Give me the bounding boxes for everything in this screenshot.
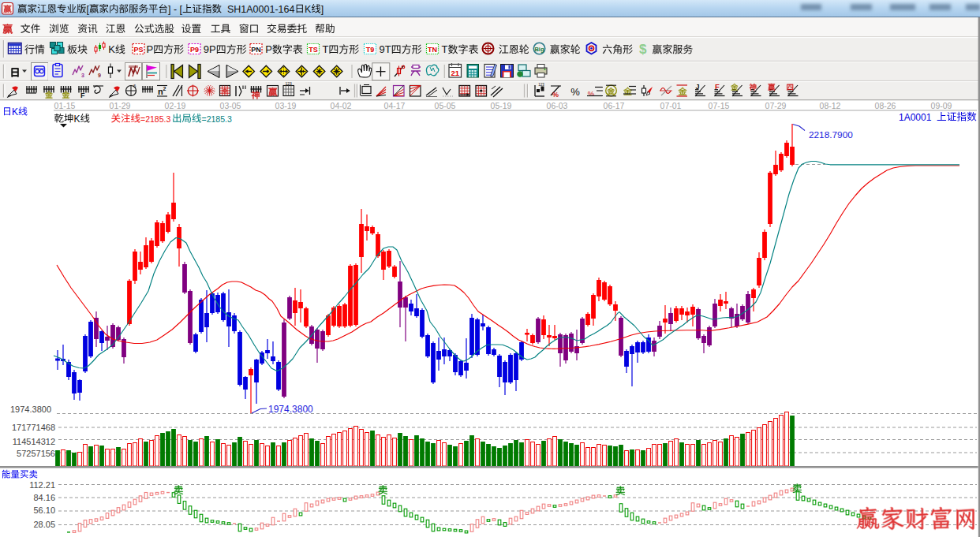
svg-text:P: P [147, 43, 154, 55]
svg-text:01-15: 01-15 [54, 101, 76, 110]
svg-text:K: K [108, 43, 115, 55]
svg-text:9: 9 [98, 73, 101, 78]
svg-text:P: P [265, 43, 272, 55]
svg-text:PN: PN [251, 46, 261, 54]
svg-text:21: 21 [451, 69, 459, 77]
svg-text:TN: TN [428, 46, 437, 54]
svg-text:=2185.3: =2185.3 [140, 114, 170, 124]
svg-text:]: ] [321, 4, 324, 15]
svg-text:TS: TS [309, 46, 318, 54]
svg-text:07-29: 07-29 [765, 101, 787, 110]
svg-text:=2185.3: =2185.3 [202, 114, 232, 124]
svg-text:1A0001: 1A0001 [899, 112, 932, 123]
svg-text:F: F [715, 82, 720, 91]
svg-text:57257156: 57257156 [17, 449, 55, 458]
svg-text:08-12: 08-12 [820, 101, 841, 110]
svg-text:K: K [74, 114, 80, 125]
svg-text:P9: P9 [190, 46, 199, 54]
svg-text:112.21: 112.21 [29, 480, 55, 490]
svg-text:123: 123 [538, 83, 544, 87]
svg-text:%: % [552, 91, 559, 99]
svg-text:01-29: 01-29 [110, 101, 131, 110]
svg-text:$: $ [639, 42, 647, 57]
svg-text:84.16: 84.16 [33, 493, 55, 502]
svg-text:K: K [12, 106, 18, 117]
svg-text:28.05: 28.05 [33, 520, 55, 529]
svg-text:03-05: 03-05 [220, 101, 241, 110]
svg-text:T: T [442, 43, 448, 55]
svg-text:2: 2 [163, 86, 166, 91]
svg-text:56.10: 56.10 [33, 505, 55, 515]
svg-text:PS: PS [133, 46, 143, 54]
svg-text:T9: T9 [366, 46, 375, 54]
svg-text:05-05: 05-05 [435, 101, 456, 110]
svg-text:SH1A0001-164: SH1A0001-164 [227, 4, 295, 15]
svg-text:171771468: 171771468 [12, 423, 55, 432]
svg-text:06-17: 06-17 [604, 101, 625, 110]
svg-text:[: [ [87, 4, 90, 15]
svg-text:05-19: 05-19 [491, 101, 512, 110]
svg-text:02-19: 02-19 [165, 101, 186, 110]
svg-text:%: % [570, 86, 580, 98]
svg-text:04-17: 04-17 [384, 101, 406, 110]
svg-text:1974.3800: 1974.3800 [268, 404, 313, 415]
svg-text:2218.7900: 2218.7900 [809, 129, 853, 140]
svg-text:08-26: 08-26 [875, 101, 896, 110]
svg-text:Big: Big [534, 46, 544, 53]
svg-text:T: T [322, 43, 328, 55]
svg-text:9T: 9T [380, 43, 391, 55]
svg-text:F: F [80, 91, 85, 99]
svg-text:3: 3 [81, 73, 84, 78]
svg-text:06-03: 06-03 [547, 101, 568, 110]
svg-text:114514312: 114514312 [13, 437, 55, 446]
svg-text:K: K [305, 4, 312, 15]
svg-text:1974.3800: 1974.3800 [10, 405, 51, 414]
svg-text:123: 123 [286, 81, 293, 86]
svg-text:03-19: 03-19 [275, 101, 297, 110]
svg-text:J: J [696, 83, 700, 91]
svg-text:07-01: 07-01 [660, 101, 682, 110]
svg-text:09-09: 09-09 [931, 101, 952, 110]
svg-text:07-15: 07-15 [709, 101, 730, 110]
svg-text:] - [: ] - [ [168, 4, 183, 15]
svg-text:9P: 9P [204, 43, 216, 55]
svg-text:04-02: 04-02 [331, 101, 352, 110]
